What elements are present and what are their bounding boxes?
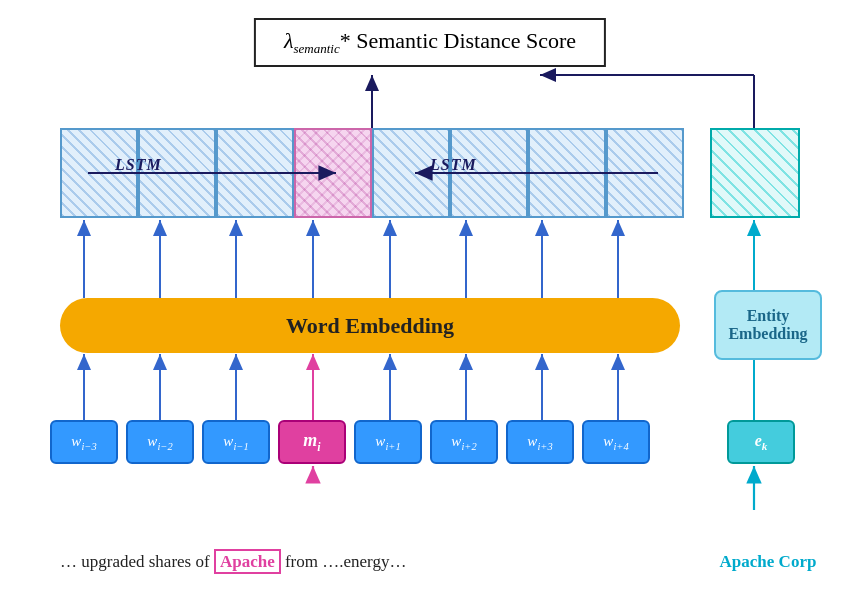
token-wi-2: wi−2 bbox=[126, 420, 194, 464]
lstm-pink-box bbox=[294, 128, 372, 218]
lambda-symbol: λ bbox=[284, 28, 294, 53]
token-wi3: wi+3 bbox=[506, 420, 574, 464]
token-wi2: wi+2 bbox=[430, 420, 498, 464]
apache-corp-label: Apache Corp bbox=[714, 552, 822, 572]
lstm-center-box bbox=[294, 128, 372, 218]
formula-operator: * bbox=[340, 28, 357, 53]
token-wi-1: wi−1 bbox=[202, 420, 270, 464]
lstm-left-boxes bbox=[60, 128, 294, 218]
apache-highlight-word: Apache bbox=[214, 549, 281, 574]
lstm-box-3 bbox=[216, 128, 294, 218]
formula-title: Semantic Distance Score bbox=[356, 28, 576, 53]
entity-embedding-label-box: EntityEmbedding bbox=[714, 290, 822, 360]
lambda-subscript: semantic bbox=[293, 41, 339, 56]
lstm-right-boxes bbox=[372, 128, 684, 218]
token-wi1: wi+1 bbox=[354, 420, 422, 464]
token-wi-3: wi−3 bbox=[50, 420, 118, 464]
word-embedding-label: Word Embedding bbox=[286, 313, 454, 339]
token-wi4: wi+4 bbox=[582, 420, 650, 464]
diagram-container: λsemantic* Semantic Distance Score bbox=[0, 0, 860, 602]
apache-corp-text: Apache Corp bbox=[720, 552, 817, 571]
entity-embed-teal-box bbox=[710, 128, 800, 218]
lstm-box-8 bbox=[606, 128, 684, 218]
bottom-text-suffix: from ….energy… bbox=[281, 552, 407, 571]
token-mi: mi bbox=[278, 420, 346, 464]
bottom-sentence: … upgraded shares of Apache from ….energ… bbox=[60, 552, 406, 572]
lstm-label-right: LSTM bbox=[430, 156, 477, 174]
word-embedding-bar: Word Embedding bbox=[60, 298, 680, 353]
formula-box: λsemantic* Semantic Distance Score bbox=[254, 18, 606, 67]
word-tokens-row: wi−3 wi−2 wi−1 mi wi+1 wi+2 wi+3 wi+4 bbox=[50, 420, 650, 464]
lstm-label-left: LSTM bbox=[115, 156, 162, 174]
bottom-text-prefix: … upgraded shares of bbox=[60, 552, 214, 571]
entity-token-ek: ek bbox=[727, 420, 795, 464]
lstm-box-7 bbox=[528, 128, 606, 218]
entity-embedding-label: EntityEmbedding bbox=[728, 307, 807, 343]
